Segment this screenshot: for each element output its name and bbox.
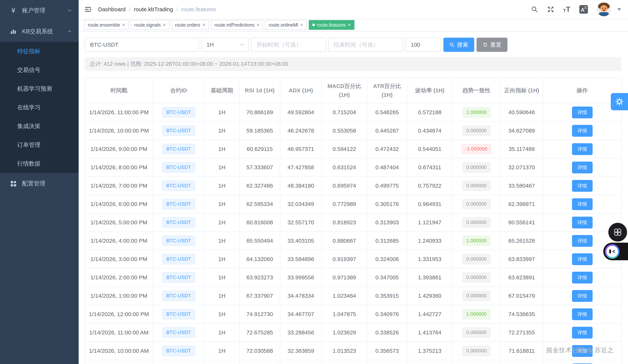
cell-period: 1H <box>204 195 239 213</box>
trend-badge: 0.000000 <box>463 126 490 136</box>
cell-actions: 详情 <box>543 305 622 323</box>
detail-button[interactable]: 详情 <box>572 125 593 137</box>
detail-button[interactable]: 详情 <box>572 290 593 302</box>
sidebar-group-1[interactable]: KB交易系统 <box>0 21 79 42</box>
table-row: 1/14/2026, 7:00:00 PMBTC-USDT1H62.327486… <box>85 177 622 195</box>
detail-button[interactable]: 详情 <box>572 107 593 118</box>
cell-actions: 详情 <box>543 122 622 140</box>
cell-timestamp: 1/14/2026, 10:00:00 PM <box>85 122 153 140</box>
sidebar-group-0[interactable]: ¥账户管理 <box>0 0 79 21</box>
cell-timestamp: 1/14/2026, 6:00:00 PM <box>85 195 153 213</box>
cell-positive: 60.556141 <box>500 213 543 232</box>
tab-route.mlPredictions[interactable]: route.mlPredictions× <box>211 20 263 30</box>
breadcrumb-separator: / <box>176 6 178 12</box>
avatar[interactable] <box>597 2 611 16</box>
assistant-fab[interactable]: < <box>603 243 628 260</box>
text-size-icon[interactable]: TT <box>563 6 570 13</box>
sidebar-group-label: KB交易系统 <box>22 27 53 35</box>
tab-route.ensemble[interactable]: route.ensemble× <box>84 20 129 30</box>
column-header-7: 波动率 (1H) <box>407 78 452 103</box>
sidebar-item-6[interactable]: 行情数据 <box>0 154 79 173</box>
cell-volatility: 1.393861 <box>407 268 452 287</box>
cell-positive: 40.590646 <box>500 103 543 122</box>
reset-button[interactable]: 重置 <box>476 38 507 52</box>
tab-close-icon[interactable]: × <box>163 22 166 27</box>
detail-button[interactable]: 详情 <box>572 143 593 155</box>
detail-button[interactable]: 详情 <box>572 308 593 320</box>
contract-tag: BTC-USDT <box>162 346 195 356</box>
detail-button[interactable]: 详情 <box>572 272 593 284</box>
tab-label: route.onlineMl <box>269 22 298 28</box>
cell-volatility: 1.375213 <box>407 342 452 360</box>
widgets-fab[interactable] <box>608 223 627 241</box>
tab-route.onlineMl[interactable]: route.onlineMl× <box>265 20 307 30</box>
tab-route.signals[interactable]: route.signals× <box>131 20 169 30</box>
tab-route.orders[interactable]: route.orders× <box>171 20 209 30</box>
start-time-input[interactable] <box>251 38 326 52</box>
cell-timestamp: 1/14/2026, 5:00:00 PM <box>85 213 153 232</box>
sidebar-group-2[interactable]: 配置管理 <box>0 173 79 194</box>
cell-macd: 1.023464 <box>321 287 367 305</box>
cell-atr: 0.313903 <box>367 213 407 232</box>
cell-positive: 62.398971 <box>500 195 543 213</box>
hamburger-icon[interactable] <box>84 6 92 13</box>
cell-actions: 详情 <box>543 268 622 287</box>
sidebar-item-5[interactable]: 订单管理 <box>0 136 79 154</box>
detail-button[interactable]: 详情 <box>572 345 593 357</box>
settings-fab[interactable] <box>611 93 628 110</box>
sidebar: ¥账户管理KB交易系统特征指标交易信号机器学习预测在线学习集成决策订单管理行情数… <box>0 0 79 364</box>
sidebar-item-3[interactable]: 在线学习 <box>0 98 79 117</box>
trend-badge: 0.000000 <box>463 254 490 264</box>
tab-close-icon[interactable]: × <box>256 22 259 27</box>
trend-badge: 0.000000 <box>463 218 490 227</box>
cell-period: 1H <box>204 323 239 342</box>
caret-down-icon[interactable] <box>617 8 621 11</box>
detail-button[interactable]: 详情 <box>572 235 593 247</box>
tab-close-icon[interactable]: × <box>122 22 125 27</box>
tab-close-icon[interactable]: × <box>202 22 205 27</box>
tab-route.features[interactable]: route.features× <box>309 20 354 30</box>
cell-atr: 0.312685 <box>367 232 407 250</box>
detail-button[interactable]: 详情 <box>572 180 593 192</box>
breadcrumb-item-1[interactable]: route.kbTrading <box>134 6 173 12</box>
symbol-input[interactable] <box>85 38 199 52</box>
search-button[interactable]: 搜索 <box>443 38 474 52</box>
main-content: 1H 搜索 重置 总计: 412 rows | 范围: 2025-12-28T0… <box>79 31 628 364</box>
sidebar-item-0[interactable]: 特征指标 <box>0 42 79 61</box>
period-select[interactable]: 1H <box>201 38 249 52</box>
sidebar-group-label: 账户管理 <box>22 6 45 14</box>
chevron-up-icon <box>67 29 72 34</box>
detail-button[interactable]: 详情 <box>572 364 593 364</box>
detail-button[interactable]: 详情 <box>572 198 593 210</box>
cell-macd: 0.919397 <box>321 250 367 268</box>
translate-icon[interactable]: A文 <box>579 5 588 14</box>
detail-button[interactable]: 详情 <box>572 217 593 228</box>
fullscreen-icon[interactable] <box>547 6 554 13</box>
sidebar-item-2[interactable]: 机器学习预测 <box>0 79 79 98</box>
sidebar-item-1[interactable]: 交易信号 <box>0 61 79 79</box>
cell-rsi: 70.866189 <box>239 103 280 122</box>
cell-rsi: 57.333607 <box>239 158 280 177</box>
result-summary-text: 总计: 412 rows | 范围: 2025-12-28T01:00:00+0… <box>90 60 288 68</box>
breadcrumb-item-0[interactable]: Dashboard <box>98 6 126 12</box>
cell-trend: 1.000000 <box>452 232 500 250</box>
sidebar-item-4[interactable]: 集成决策 <box>0 117 79 136</box>
cell-macd: 0.631524 <box>321 158 367 177</box>
cell-contract: BTC-USDT <box>153 342 204 360</box>
cell-positive: 71.618811 <box>500 342 543 360</box>
tab-close-icon[interactable]: × <box>348 22 351 27</box>
cell-rsi: 72.675285 <box>239 323 280 342</box>
end-time-input[interactable] <box>328 38 403 52</box>
detail-button[interactable]: 详情 <box>572 327 593 339</box>
limit-input[interactable] <box>405 38 441 52</box>
search-icon[interactable] <box>531 6 538 13</box>
chevron-down-icon <box>67 8 72 13</box>
detail-button[interactable]: 详情 <box>572 162 593 173</box>
table-row: 1/14/2026, 11:00:00 AMBTC-USDT1H72.67528… <box>85 323 622 342</box>
cell-rsi: 63.923273 <box>239 268 280 287</box>
trend-badge: 1.000000 <box>463 309 490 319</box>
cell-contract: BTC-USDT <box>153 305 204 323</box>
tab-close-icon[interactable]: × <box>300 22 303 27</box>
detail-button[interactable]: 详情 <box>572 253 593 265</box>
cell-timestamp: 1/14/2026, 4:00:00 PM <box>85 232 153 250</box>
